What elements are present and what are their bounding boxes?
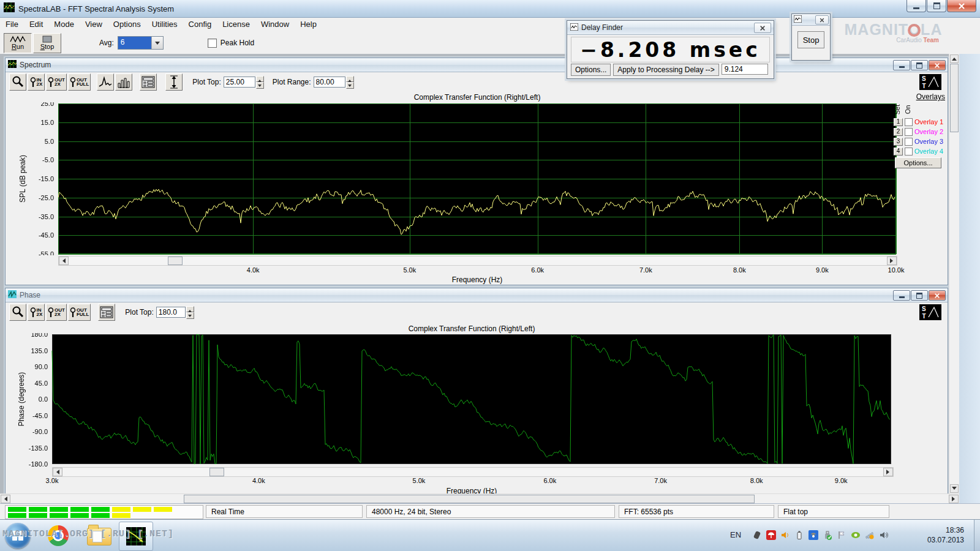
zoom-out-2x-button[interactable]: OUT 2X xyxy=(46,73,67,91)
spectrum-scrollbar-thumb[interactable] xyxy=(168,257,183,265)
minimize-button[interactable] xyxy=(907,0,926,12)
menu-edit[interactable]: Edit xyxy=(24,18,48,31)
spectrum-close-button[interactable] xyxy=(929,60,946,70)
zoom-tool-button[interactable] xyxy=(9,304,26,321)
overlay-set-button-4[interactable]: 4 xyxy=(894,148,903,156)
delay-finder-close-button[interactable] xyxy=(754,23,771,33)
phase-minimize-button[interactable] xyxy=(893,290,910,301)
overlay-set-button-1[interactable]: 1 xyxy=(894,118,903,126)
plot-top-input[interactable] xyxy=(224,77,255,88)
explorer-icon[interactable] xyxy=(87,528,111,545)
scroll-left-arrow[interactable] xyxy=(59,257,69,265)
overlay-set-button-2[interactable]: 2 xyxy=(894,128,903,136)
network-icon[interactable] xyxy=(865,530,875,540)
overlay-on-checkbox-3[interactable] xyxy=(905,138,913,146)
gpu-icon[interactable] xyxy=(851,530,861,540)
phase-plot[interactable] xyxy=(9,333,899,467)
plot-options-button[interactable] xyxy=(140,73,157,91)
phase-signal-type-icon[interactable]: ST xyxy=(919,304,941,323)
stop-window-close-button[interactable] xyxy=(815,15,829,24)
run-button[interactable]: Run xyxy=(4,33,32,53)
processing-delay-input[interactable] xyxy=(722,64,768,75)
menu-window[interactable]: Window xyxy=(255,18,295,31)
maximize-button[interactable] xyxy=(927,0,946,12)
phase-scrollbar[interactable] xyxy=(52,467,894,477)
phase-scroll-left-arrow[interactable] xyxy=(53,468,62,476)
phase-titlebar[interactable]: Phase xyxy=(6,288,948,302)
zoom-out-2x-button[interactable]: OUT 2X xyxy=(46,304,67,321)
spectrum-plot[interactable] xyxy=(7,102,901,255)
stop-button[interactable]: Stop xyxy=(33,33,61,53)
delay-options-button[interactable]: Options... xyxy=(571,64,611,76)
plot-range-spinner[interactable] xyxy=(346,76,354,89)
menu-options[interactable]: Options xyxy=(108,18,146,31)
close-button[interactable] xyxy=(947,0,976,12)
mdi-scroll-left-arrow[interactable] xyxy=(1,495,10,503)
mdi-scroll-down-arrow[interactable] xyxy=(950,484,959,493)
overlay-on-checkbox-1[interactable] xyxy=(905,118,913,126)
zoom-out-full-button[interactable]: OUT FULL xyxy=(68,304,91,321)
overlays-options-button[interactable]: Options... xyxy=(895,157,941,168)
mdi-scroll-right-arrow[interactable] xyxy=(949,495,959,503)
vertical-scale-button[interactable] xyxy=(165,73,183,91)
mdi-scroll-up-arrow[interactable] xyxy=(950,54,959,63)
avira-icon[interactable] xyxy=(766,530,776,540)
taskbar-clock[interactable]: 18:36 03.07.2013 xyxy=(910,525,964,545)
battery-icon[interactable] xyxy=(794,530,804,540)
delay-finder-titlebar[interactable]: Delay Finder xyxy=(567,21,774,35)
show-desktop-button[interactable] xyxy=(974,520,980,551)
menu-license[interactable]: License xyxy=(217,18,255,31)
overlay-set-button-3[interactable]: 3 xyxy=(894,138,903,146)
start-button[interactable] xyxy=(5,523,31,549)
chevron-down-icon[interactable] xyxy=(151,37,163,49)
menu-utilities[interactable]: Utilities xyxy=(146,18,183,31)
overlay-on-checkbox-4[interactable] xyxy=(905,148,913,156)
mdi-vertical-scrollbar[interactable] xyxy=(949,54,959,493)
zoom-out-full-button[interactable]: OUT FULL xyxy=(68,73,91,91)
overlay-on-checkbox-2[interactable] xyxy=(905,128,913,136)
language-indicator[interactable]: EN xyxy=(730,530,741,539)
phase-scrollbar-thumb[interactable] xyxy=(209,468,224,476)
volume-mixer-icon[interactable] xyxy=(780,530,790,540)
wireless-icon[interactable] xyxy=(809,530,818,540)
zoom-in-2x-button[interactable]: IN 2X xyxy=(28,73,45,91)
meter-segment xyxy=(8,507,26,512)
speaker-icon[interactable] xyxy=(879,530,889,540)
menu-mode[interactable]: Mode xyxy=(48,18,80,31)
menu-file[interactable]: File xyxy=(0,18,24,31)
main-titlebar[interactable]: SpectraLAB - FFT Spectral Analysis Syste… xyxy=(0,0,980,18)
peak-hold-checkbox[interactable] xyxy=(208,39,217,48)
spectralab-taskbar-button[interactable] xyxy=(119,522,153,551)
stop-window-titlebar[interactable] xyxy=(792,14,830,26)
phase-plot-top-spinner[interactable] xyxy=(186,306,194,319)
chrome-icon[interactable] xyxy=(48,525,69,546)
mini-stop-button[interactable]: Stop xyxy=(797,31,824,48)
phase-scroll-right-arrow[interactable] xyxy=(883,468,893,476)
phase-maximize-button[interactable] xyxy=(911,290,928,301)
phase-plot-top-input[interactable] xyxy=(156,307,186,318)
flag-icon[interactable] xyxy=(837,530,846,540)
menu-config[interactable]: Config xyxy=(183,18,217,31)
apply-processing-delay-button[interactable]: Apply to Processing Delay --> xyxy=(613,64,718,76)
zoom-tool-button[interactable] xyxy=(9,73,26,91)
avg-combobox[interactable]: 6 xyxy=(118,36,164,50)
spectrum-scrollbar[interactable] xyxy=(58,256,897,266)
spectrum-maximize-button[interactable] xyxy=(911,60,928,70)
plot-range-input[interactable] xyxy=(314,77,345,88)
menu-view[interactable]: View xyxy=(80,18,108,31)
menu-help[interactable]: Help xyxy=(295,18,322,31)
scroll-right-arrow[interactable] xyxy=(887,257,897,265)
bar-plot-button[interactable] xyxy=(115,73,132,91)
spectrum-minimize-button[interactable] xyxy=(893,60,910,70)
mdi-horizontal-scrollbar[interactable] xyxy=(0,493,959,504)
usb-icon[interactable] xyxy=(823,530,832,540)
line-plot-button[interactable] xyxy=(97,73,114,91)
plot-top-spinner[interactable] xyxy=(256,76,264,89)
plot-options-button[interactable] xyxy=(98,304,115,321)
mdi-scrollbar-thumb[interactable] xyxy=(184,495,755,503)
zoom-in-2x-button[interactable]: IN 2X xyxy=(28,304,45,321)
mdi-vscrollbar-thumb[interactable] xyxy=(950,64,959,132)
signal-type-icon[interactable]: ST xyxy=(919,74,941,92)
remote-icon[interactable] xyxy=(752,530,762,540)
phase-close-button[interactable] xyxy=(929,290,946,301)
